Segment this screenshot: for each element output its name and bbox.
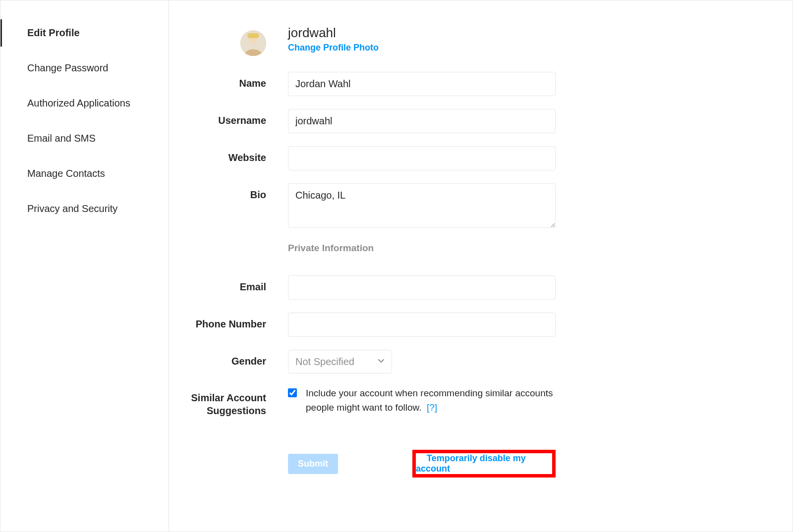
sidebar-item-label: Change Password — [27, 62, 108, 73]
username-input[interactable] — [288, 109, 556, 133]
label-website: Website — [189, 146, 288, 164]
label-similar-suggestions: Similar Account Suggestions — [189, 386, 288, 417]
row-email: Email — [189, 275, 763, 300]
label-gender: Gender — [189, 350, 288, 368]
sidebar-item-label: Authorized Applications — [27, 98, 130, 108]
label-email: Email — [189, 275, 288, 293]
sidebar-item-authorized-applications[interactable]: Authorized Applications — [0, 86, 169, 121]
settings-container: Edit Profile Change Password Authorized … — [0, 0, 793, 532]
sidebar-item-email-sms[interactable]: Email and SMS — [0, 121, 169, 156]
label-name: Name — [189, 72, 288, 90]
submit-button[interactable]: Submit — [288, 454, 338, 474]
sidebar-item-manage-contacts[interactable]: Manage Contacts — [0, 156, 169, 191]
profile-header: jordwahl Change Profile Photo — [189, 25, 763, 59]
gender-select-wrapper: Not Specified — [288, 350, 392, 373]
row-username: Username — [189, 109, 763, 133]
sidebar-item-label: Privacy and Security — [27, 203, 117, 214]
name-input[interactable] — [288, 72, 556, 96]
settings-sidebar: Edit Profile Change Password Authorized … — [0, 0, 169, 532]
svg-rect-2 — [247, 33, 259, 38]
edit-profile-form: jordwahl Change Profile Photo Name Usern… — [169, 0, 793, 532]
highlight-annotation: Temporarily disable my account — [412, 450, 556, 478]
username-display: jordwahl — [288, 25, 556, 41]
avatar[interactable] — [240, 30, 266, 56]
sidebar-item-edit-profile[interactable]: Edit Profile — [0, 15, 169, 51]
email-input[interactable] — [288, 275, 556, 300]
row-similar-suggestions: Similar Account Suggestions Include your… — [189, 386, 763, 417]
sidebar-item-privacy-security[interactable]: Privacy and Security — [0, 191, 169, 226]
label-phone: Phone Number — [189, 313, 288, 330]
row-actions: Submit Temporarily disable my account — [189, 430, 763, 478]
phone-input[interactable] — [288, 313, 556, 337]
sidebar-item-label: Edit Profile — [27, 27, 80, 38]
similar-suggestions-checkbox[interactable] — [288, 388, 297, 397]
similar-suggestions-help-link[interactable]: [?] — [427, 402, 437, 413]
label-bio: Bio — [189, 183, 288, 201]
similar-suggestions-text: Include your account when recommending s… — [306, 386, 556, 415]
row-website: Website — [189, 146, 763, 170]
row-private-heading: Private Information — [189, 243, 763, 263]
website-input[interactable] — [288, 146, 556, 170]
row-phone: Phone Number — [189, 313, 763, 337]
private-info-heading: Private Information — [288, 243, 556, 254]
gender-select[interactable]: Not Specified — [288, 350, 392, 373]
change-profile-photo-link[interactable]: Change Profile Photo — [288, 43, 556, 53]
sidebar-item-label: Email and SMS — [27, 133, 96, 144]
row-bio: Bio Chicago, IL — [189, 183, 763, 230]
similar-suggestions-control: Include your account when recommending s… — [288, 386, 556, 415]
bio-textarea[interactable]: Chicago, IL — [288, 183, 556, 228]
avatar-col — [189, 25, 288, 59]
action-row: Submit Temporarily disable my account — [288, 450, 556, 478]
row-gender: Gender Not Specified — [189, 350, 763, 373]
temporarily-disable-account-link[interactable]: Temporarily disable my account — [416, 445, 526, 481]
sidebar-item-label: Manage Contacts — [27, 168, 105, 179]
profile-header-text: jordwahl Change Profile Photo — [288, 25, 556, 53]
label-username: Username — [189, 109, 288, 127]
row-name: Name — [189, 72, 763, 96]
sidebar-item-change-password[interactable]: Change Password — [0, 51, 169, 86]
